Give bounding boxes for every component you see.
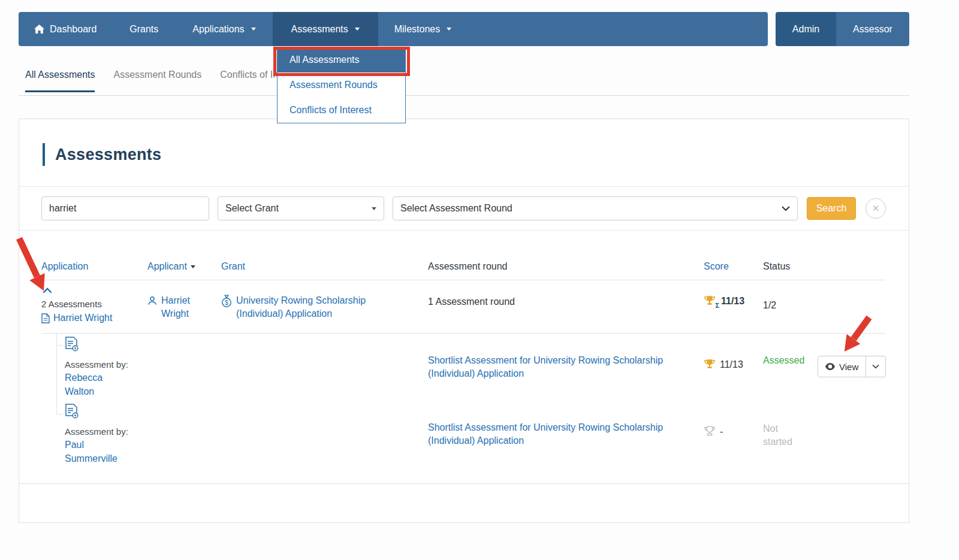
tree-connector (56, 414, 64, 414)
header-applicant[interactable]: Applicant (147, 261, 221, 272)
assessment-by-label: Assessment by: (65, 359, 147, 370)
assessment-by-label: Assessment by: (65, 426, 147, 437)
menu-item-assessment-rounds[interactable]: Assessment Rounds (278, 72, 405, 98)
tab-bar: All Assessments Assessment Rounds Confli… (25, 69, 302, 92)
grant-select[interactable]: Select Grant (218, 196, 384, 220)
assessment-form-icon (65, 337, 79, 352)
tabs-divider (19, 95, 909, 96)
nav-dashboard[interactable]: Dashboard (19, 12, 112, 46)
score-value: 11/13 (720, 359, 743, 370)
status-badge: Assessed (763, 355, 804, 365)
group-score-cell: Σ 11/13 (704, 280, 763, 333)
assessments-table: Application Applicant Grant Assessment r… (19, 253, 909, 484)
filter-bar: Select Grant Select Assessment Round Sea… (19, 186, 909, 231)
caret-down-icon (251, 28, 256, 31)
status-cell: Assessed (763, 334, 818, 401)
assessments-card: Assessments Select Grant Select Assessme… (19, 119, 909, 523)
view-button-group: View (818, 356, 886, 377)
group-score: 11/13 (721, 296, 744, 307)
header-score[interactable]: Score (704, 261, 763, 272)
caret-down-icon (355, 28, 360, 31)
grant-select-value: Select Grant (225, 203, 279, 214)
assessment-by-cell: Assessment by: Paul Summerville (41, 401, 147, 483)
caret-down-icon (372, 207, 376, 210)
assessment-row: Assessment by: Rebecca Walton Shortlist … (41, 334, 885, 401)
tab-all-assessments[interactable]: All Assessments (25, 69, 95, 92)
applicant-cell: Harriet Wright (147, 280, 221, 333)
assessment-round-cell: Shortlist Assessment for University Rowi… (428, 334, 704, 401)
status-cell: Not started (763, 401, 818, 483)
applicant-link[interactable]: Harriet Wright (161, 294, 206, 320)
close-icon: ✕ (872, 203, 880, 214)
nav-applications-label: Applications (192, 24, 244, 35)
money-bag-icon: $ (221, 295, 232, 308)
chevron-down-icon (872, 364, 879, 369)
sigma-badge: Σ (715, 302, 719, 309)
header-assessment-round: Assessment round (428, 261, 704, 272)
grant-cell: $ University Rowing Scholarship (Individ… (221, 280, 428, 333)
assessment-round-cell: Shortlist Assessment for University Rowi… (428, 401, 704, 483)
round-select-value: Select Assessment Round (400, 203, 512, 214)
score-cell: - (704, 401, 763, 483)
assessment-count-label: 2 Assessments (41, 299, 147, 309)
application-group-row: 2 Assessments Harriet Wright Harriet Wri… (41, 280, 885, 334)
header-grant[interactable]: Grant (221, 261, 428, 272)
assessor-link[interactable]: Rebecca Walton (65, 371, 125, 398)
assessments-dropdown-menu: All Assessments Assessment Rounds Confli… (277, 47, 406, 123)
header-status: Status (763, 261, 818, 272)
svg-text:$: $ (225, 299, 228, 306)
assessment-round-link[interactable]: Shortlist Assessment for University Rowi… (428, 354, 686, 380)
assessment-round-link[interactable]: Shortlist Assessment for University Rowi… (428, 421, 686, 447)
role-switch: Admin Assessor (776, 12, 909, 46)
person-icon (147, 296, 157, 305)
search-input[interactable] (41, 196, 209, 220)
sort-caret-icon (191, 265, 195, 268)
title-accent-bar (43, 143, 45, 166)
caret-down-icon (447, 28, 451, 31)
view-dropdown-toggle[interactable] (865, 356, 885, 377)
score-cell: 11/13 (704, 334, 763, 401)
group-status: 1/2 (763, 280, 818, 333)
application-link[interactable]: Harriet Wright (41, 313, 147, 323)
trophy-icon-empty (704, 426, 716, 437)
grant-link[interactable]: University Rowing Scholarship (Individua… (236, 294, 386, 320)
nav-grants-label: Grants (129, 24, 158, 35)
trophy-total-icon: Σ (704, 295, 717, 307)
table-bottom-divider (19, 483, 909, 484)
search-button[interactable]: Search (807, 197, 856, 220)
table-header-row: Application Applicant Grant Assessment r… (41, 253, 885, 280)
assessment-form-icon (65, 404, 79, 419)
nav-dashboard-label: Dashboard (50, 24, 96, 35)
assessment-round-select[interactable]: Select Assessment Round (393, 196, 798, 220)
home-icon (34, 25, 44, 34)
menu-item-all-assessments[interactable]: All Assessments (278, 47, 405, 72)
admin-toggle[interactable]: Admin (776, 12, 836, 46)
tree-connector (56, 334, 57, 414)
assessor-toggle[interactable]: Assessor (836, 12, 909, 46)
menu-item-conflicts-of-interest[interactable]: Conflicts of Interest (278, 98, 405, 123)
nav-milestones-label: Milestones (394, 24, 440, 35)
status-badge: Not started (763, 422, 800, 449)
assessment-row: Assessment by: Paul Summerville Shortlis… (41, 401, 885, 483)
nav-assessments[interactable]: Assessments (273, 12, 378, 46)
clear-search-button[interactable]: ✕ (865, 198, 886, 219)
application-cell: 2 Assessments Harriet Wright (41, 280, 147, 333)
tree-connector (56, 345, 64, 346)
page-title-text: Assessments (55, 146, 161, 164)
nav-applications[interactable]: Applications (176, 12, 272, 46)
trophy-icon (704, 359, 716, 370)
score-value: - (720, 426, 723, 437)
assessment-by-cell: Assessment by: Rebecca Walton (41, 334, 147, 401)
view-button[interactable]: View (818, 356, 865, 377)
eye-icon (825, 363, 835, 370)
header-application[interactable]: Application (41, 261, 147, 272)
nav-grants[interactable]: Grants (112, 12, 176, 46)
assessor-link[interactable]: Paul Summerville (65, 438, 125, 465)
round-summary: 1 Assessment round (428, 280, 704, 333)
tab-assessment-rounds[interactable]: Assessment Rounds (113, 69, 201, 92)
nav-milestones[interactable]: Milestones (378, 12, 468, 46)
chevron-down-icon (782, 206, 790, 211)
view-button-label: View (839, 362, 858, 372)
top-nav: Dashboard Grants Applications Assessment… (19, 12, 768, 46)
collapse-chevron-icon[interactable] (43, 285, 52, 296)
